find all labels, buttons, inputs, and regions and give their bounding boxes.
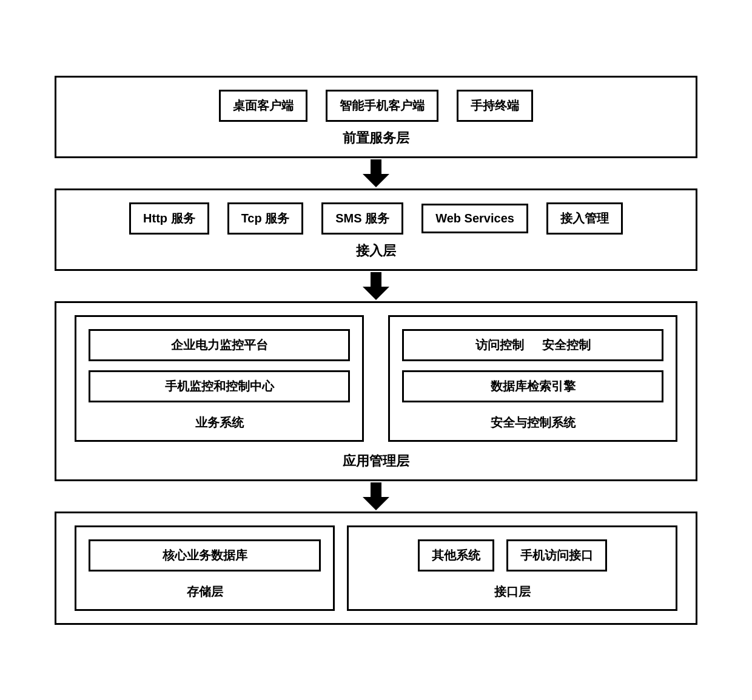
interface-items-row: 其他系统 手机访问接口 <box>361 539 663 572</box>
arrow-head-1 <box>363 174 389 187</box>
mobile-control-center-label: 手机监控和控制中心 <box>165 379 274 393</box>
web-services-box: Web Services <box>421 204 528 233</box>
access-management-label: 接入管理 <box>560 212 609 225</box>
access-items-row: Http 服务 Tcp 服务 SMS 服务 Web Services 接入管理 <box>75 202 677 235</box>
db-search-engine-box: 数据库检索引擎 <box>402 370 663 402</box>
desktop-client-box: 桌面客户端 <box>219 90 307 122</box>
app-management-layer: 企业电力监控平台 手机监控和控制中心 业务系统 访问控制 安全控制 数据库检索引… <box>55 301 697 481</box>
bottom-layer: 核心业务数据库 存储层 其他系统 手机访问接口 接口层 <box>55 512 697 625</box>
security-subsystem-label: 安全与控制系统 <box>491 415 576 431</box>
enterprise-power-label: 企业电力监控平台 <box>171 338 268 352</box>
frontend-layer: 桌面客户端 智能手机客户端 手持终端 前置服务层 <box>55 76 697 158</box>
db-search-engine-label: 数据库检索引擎 <box>491 379 576 393</box>
architecture-diagram: 桌面客户端 智能手机客户端 手持终端 前置服务层 Http 服务 Tcp 服务 … <box>42 58 710 643</box>
access-management-box: 接入管理 <box>546 202 623 235</box>
frontend-layer-label: 前置服务层 <box>343 129 409 147</box>
other-systems-label: 其他系统 <box>432 548 480 562</box>
mobile-control-center-box: 手机监控和控制中心 <box>89 370 350 402</box>
arrow-3 <box>363 481 389 512</box>
storage-sub-box: 核心业务数据库 存储层 <box>75 525 335 611</box>
other-systems-box: 其他系统 <box>418 539 494 572</box>
app-sub-sections: 企业电力监控平台 手机监控和控制中心 业务系统 访问控制 安全控制 数据库检索引… <box>75 315 677 442</box>
access-layer-label: 接入层 <box>356 242 396 260</box>
access-control-label: 访问控制 <box>475 337 524 353</box>
storage-label: 存储层 <box>187 584 223 600</box>
tcp-service-label: Tcp 服务 <box>241 212 290 225</box>
business-subsystem-label: 业务系统 <box>195 415 244 431</box>
interface-sub-box: 其他系统 手机访问接口 接口层 <box>347 525 677 611</box>
core-db-box: 核心业务数据库 <box>89 539 321 572</box>
http-service-label: Http 服务 <box>143 212 195 225</box>
interface-label: 接口层 <box>494 584 531 600</box>
handheld-terminal-label: 手持终端 <box>471 99 519 112</box>
arrow-1 <box>363 158 389 188</box>
smartphone-client-label: 智能手机客户端 <box>340 99 425 112</box>
tcp-service-box: Tcp 服务 <box>227 202 304 235</box>
mobile-access-interface-box: 手机访问接口 <box>506 539 607 572</box>
security-control-label: 安全控制 <box>542 337 591 353</box>
enterprise-power-box: 企业电力监控平台 <box>89 329 350 361</box>
smartphone-client-box: 智能手机客户端 <box>326 90 438 122</box>
arrow-shaft-3 <box>371 482 381 497</box>
desktop-client-label: 桌面客户端 <box>233 99 294 112</box>
access-layer: Http 服务 Tcp 服务 SMS 服务 Web Services 接入管理 … <box>55 188 697 271</box>
security-top-row: 访问控制 安全控制 <box>402 329 663 361</box>
http-service-box: Http 服务 <box>129 202 209 235</box>
security-subsystem-box: 访问控制 安全控制 数据库检索引擎 安全与控制系统 <box>388 315 677 442</box>
business-subsystem-box: 企业电力监控平台 手机监控和控制中心 业务系统 <box>75 315 364 442</box>
mobile-access-interface-label: 手机访问接口 <box>520 548 593 562</box>
core-db-label: 核心业务数据库 <box>163 548 247 562</box>
handheld-terminal-box: 手持终端 <box>457 90 533 122</box>
frontend-items-row: 桌面客户端 智能手机客户端 手持终端 <box>75 90 677 122</box>
app-management-layer-label: 应用管理层 <box>343 452 409 470</box>
arrow-2 <box>363 271 389 301</box>
arrow-head-3 <box>363 497 389 510</box>
sms-service-label: SMS 服务 <box>335 212 389 225</box>
arrow-shaft-2 <box>371 272 381 287</box>
arrow-head-2 <box>363 287 389 300</box>
web-services-label: Web Services <box>435 212 514 225</box>
arrow-shaft-1 <box>371 159 381 174</box>
sms-service-box: SMS 服务 <box>321 202 403 235</box>
